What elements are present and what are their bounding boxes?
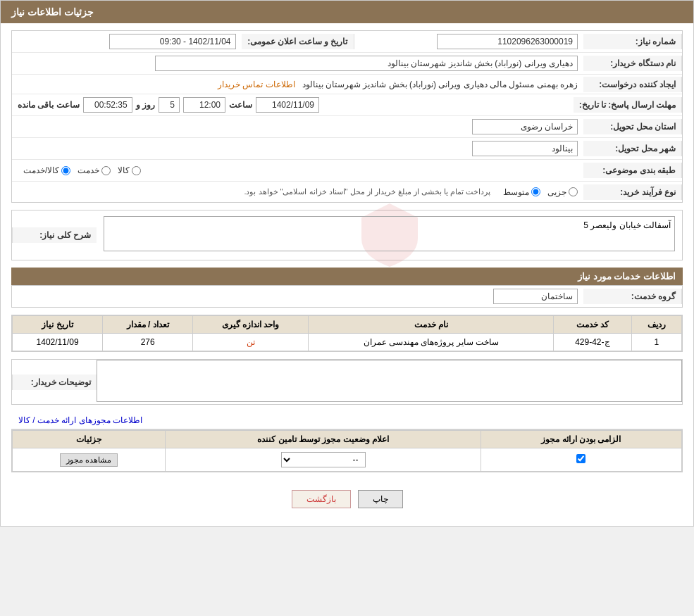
service-group-field: ساختمان (493, 289, 578, 304)
permissions-table-wrapper: الزامی بودن ارائه مجوز اعلام وضعیت مجوز … (11, 429, 683, 472)
col-header-quantity: تعداد / مقدار (103, 316, 193, 334)
permissions-table-head: الزامی بودن ارائه مجوز اعلام وضعیت مجوز … (13, 431, 682, 448)
permissions-section: اطلاعات مجوزهای ارائه خدمت / کالا الزامی… (11, 412, 683, 472)
page-header: جزئیات اطلاعات نیاز (1, 1, 693, 23)
contact-info-link[interactable]: اطلاعات تماس خریدار (218, 80, 295, 89)
status-cell: -- (166, 448, 481, 472)
content-area: شماره نیاز: 1102096263000019 تاریخ و ساع… (1, 23, 693, 526)
need-number-value: 1102096263000019 (354, 31, 584, 52)
buyer-agency-value: دهیاری ویرانی (نوراباد) بخش شاندیز شهرست… (12, 53, 583, 74)
purchase-type-value: جزیی متوسط پرداخت تمام یا بخشی از مبلغ خ… (12, 182, 583, 202)
back-button[interactable]: بازگشت (292, 490, 351, 508)
need-description-wrapper: آسفالت خیابان ولیعصر 5 (97, 210, 682, 259)
need-description-textarea[interactable]: آسفالت خیابان ولیعصر 5 (104, 216, 675, 251)
col-header-unit: واحد اندازه گیری (193, 316, 309, 334)
purchase-partial-label: جزیی (547, 187, 566, 197)
col-header-row-num: ردیف (631, 316, 681, 334)
permissions-table: الزامی بودن ارائه مجوز اعلام وضعیت مجوز … (12, 430, 682, 472)
category-goods-service-radio[interactable] (61, 166, 70, 175)
row-category: طبقه بندی موضوعی: کالا خدمت (12, 160, 682, 182)
row-delivery-province: استان محل تحویل: خراسان رضوی (12, 116, 682, 138)
row-service-group: گروه خدمت: ساختمان (12, 286, 682, 307)
cell-row-num: 1 (631, 334, 681, 351)
purchase-partial-radio[interactable] (569, 187, 578, 196)
purchase-type-container: جزیی متوسط پرداخت تمام یا بخشی از مبلغ خ… (18, 184, 578, 199)
permissions-section-title: اطلاعات مجوزهای ارائه خدمت / کالا (18, 415, 142, 425)
requester-label: ایجاد کننده درخواست: (583, 77, 682, 92)
buyer-notes-textarea[interactable] (97, 360, 682, 402)
category-service-label: خدمت (78, 165, 99, 175)
purchase-medium-item: متوسط (503, 187, 540, 197)
required-checkbox[interactable] (576, 454, 585, 463)
category-service-radio[interactable] (101, 166, 111, 175)
footer-buttons: چاپ بازگشت (11, 479, 683, 519)
row-requester: ایجاد کننده درخواست: زهره بهمنی مسئول ما… (12, 75, 682, 94)
need-description-label: شرح کلی نیاز: (12, 227, 97, 243)
buyer-notes-section: توضیحات خریدار: (11, 359, 683, 405)
col-header-need-date: تاریخ نیاز (13, 316, 103, 334)
delivery-city-label: شهر محل تحویل: (583, 141, 682, 156)
cell-need-date: 1402/11/09 (13, 334, 103, 351)
row-response-deadline: مهلت ارسال پاسخ: تا تاریخ: 1402/11/09 سا… (12, 94, 682, 116)
announcement-date-label: تاریخ و ساعت اعلان عمومی: (242, 34, 354, 49)
category-radio-group: کالا خدمت کالا/خدمت (18, 163, 578, 178)
requester-text: زهره بهمنی مسئول مالی دهیاری ویرانی (نور… (302, 80, 578, 89)
delivery-province-value: خراسان رضوی (12, 116, 583, 137)
cell-service-code: ج-42-429 (554, 334, 631, 351)
service-group-value: ساختمان (12, 286, 583, 307)
status-select[interactable]: -- (281, 452, 366, 467)
time-row: 1402/11/09 ساعت 12:00 5 روز و 00:52:35 س… (18, 97, 568, 113)
view-permit-button[interactable]: مشاهده مجوز (60, 453, 118, 467)
category-goods-label: کالا (118, 165, 130, 175)
col-header-service-name: نام خدمت (309, 316, 554, 334)
category-goods-service-label: کالا/خدمت (23, 165, 59, 175)
buyer-notes-content (97, 360, 682, 404)
purchase-type-label: نوع فرآیند خرید: (583, 184, 682, 200)
permissions-table-body: -- مشاهده مجوز (13, 448, 682, 472)
days-label: روز و (136, 100, 155, 110)
category-goods-radio[interactable] (132, 166, 141, 175)
deadline-days-field: 5 (159, 97, 180, 113)
page-title: جزئیات اطلاعات نیاز (11, 6, 94, 18)
purchase-type-radio-group: جزیی متوسط (503, 187, 578, 197)
table-row: -- مشاهده مجوز (13, 448, 682, 472)
delivery-province-label: استان محل تحویل: (583, 119, 682, 134)
services-section-header: اطلاعات خدمات مورد نیاز (11, 268, 683, 285)
buyer-agency-field: دهیاری ویرانی (نوراباد) بخش شاندیز شهرست… (155, 56, 578, 71)
col-header-service-code: کد خدمت (554, 316, 631, 334)
table-row: 1 ج-42-429 ساخت سایر پروژه‌های مهندسی عم… (13, 334, 682, 351)
print-button[interactable]: چاپ (358, 490, 403, 508)
time-label: ساعت (229, 100, 252, 110)
description-section: آسفالت خیابان ولیعصر 5 شرح کلی نیاز: (11, 210, 683, 260)
category-goods-service-item: کالا/خدمت (23, 165, 70, 175)
services-table-wrapper: ردیف کد خدمت نام خدمت واحد اندازه گیری ت… (11, 315, 683, 352)
service-group-section: گروه خدمت: ساختمان (11, 285, 683, 308)
services-table-head: ردیف کد خدمت نام خدمت واحد اندازه گیری ت… (13, 316, 682, 334)
response-deadline-label: مهلت ارسال پاسخ: تا تاریخ: (574, 97, 682, 113)
purchase-medium-label: متوسط (503, 187, 529, 197)
delivery-province-field: خراسان رضوی (472, 119, 578, 134)
purchase-note: پرداخت تمام یا بخشی از مبلغ خریدار از مح… (238, 184, 496, 199)
need-number-field: 1102096263000019 (437, 34, 578, 49)
permissions-header-row: الزامی بودن ارائه مجوز اعلام وضعیت مجوز … (13, 431, 682, 448)
category-service-item: خدمت (78, 165, 111, 175)
main-info-section: شماره نیاز: 1102096263000019 تاریخ و ساع… (11, 30, 683, 203)
row-buyer-agency: نام دستگاه خریدار: دهیاری ویرانی (نورابا… (12, 53, 682, 75)
col-header-status-announcement: اعلام وضعیت مجوز توسط تامین کننده (166, 431, 481, 448)
announcement-date-field: 1402/11/04 - 09:30 (109, 34, 236, 49)
remaining-time-field: 00:52:35 (83, 97, 132, 113)
cell-service-name: ساخت سایر پروژه‌های مهندسی عمران (309, 334, 554, 351)
cell-quantity: 276 (103, 334, 193, 351)
category-label: طبقه بندی موضوعی: (583, 163, 682, 178)
response-deadline-value: 1402/11/09 ساعت 12:00 5 روز و 00:52:35 س… (12, 94, 574, 115)
purchase-medium-radio[interactable] (531, 187, 540, 196)
category-value: کالا خدمت کالا/خدمت (12, 160, 583, 181)
unit-link[interactable]: تن (247, 337, 255, 347)
row-purchase-type: نوع فرآیند خرید: جزیی متوسط (12, 182, 682, 202)
buyer-agency-label: نام دستگاه خریدار: (583, 56, 682, 71)
buyer-notes-label: توضیحات خریدار: (12, 375, 97, 390)
services-table-header-row: ردیف کد خدمت نام خدمت واحد اندازه گیری ت… (13, 316, 682, 334)
permissions-section-header: اطلاعات مجوزهای ارائه خدمت / کالا (11, 412, 683, 429)
description-content: آسفالت خیابان ولیعصر 5 (97, 210, 682, 260)
category-goods-item: کالا (118, 165, 141, 175)
